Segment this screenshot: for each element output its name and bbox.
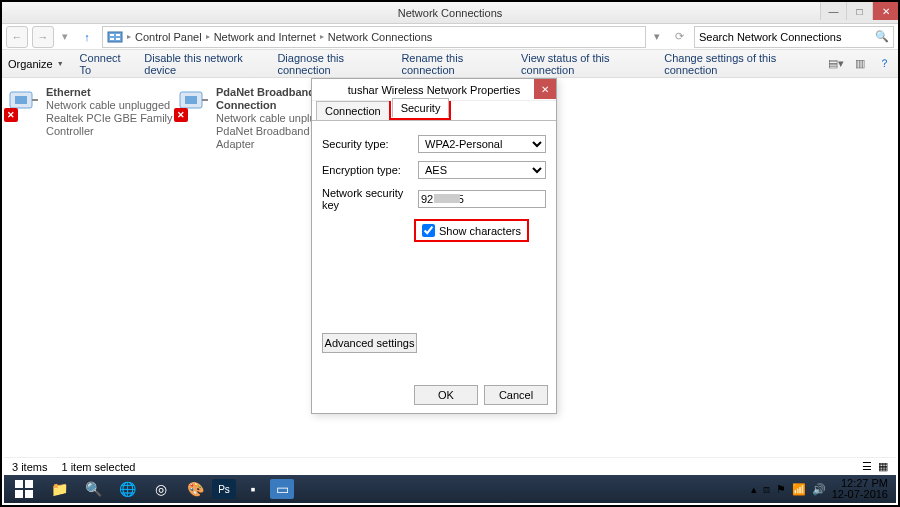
encryption-type-select[interactable]: AES (418, 161, 546, 179)
address-bar: ← → ▾ ↑ ▸ Control Panel ▸ Network and In… (2, 24, 898, 50)
chevron-right-icon: ▸ (206, 32, 210, 41)
svg-rect-14 (15, 480, 23, 488)
svg-rect-1 (110, 34, 114, 36)
disable-device-button[interactable]: Disable this network device (144, 52, 261, 76)
search-placeholder: Search Network Connections (699, 31, 841, 43)
content-area: ✕ Ethernet Network cable unplugged Realt… (2, 78, 898, 459)
cancel-button[interactable]: Cancel (484, 385, 548, 405)
highlight-box: Security (389, 95, 452, 120)
start-button[interactable] (6, 475, 42, 503)
crumb-network-connections[interactable]: Network Connections (328, 31, 433, 43)
organize-menu[interactable]: Organize▼ (8, 58, 64, 70)
chevron-right-icon: ▸ (127, 32, 131, 41)
taskbar-browser-icon[interactable]: 🌐 (110, 475, 144, 503)
svg-rect-2 (116, 34, 120, 36)
show-characters-input[interactable] (422, 224, 435, 237)
connection-adapter: Realtek PCIe GBE Family Controller (46, 112, 176, 138)
show-characters-label: Show characters (439, 225, 521, 237)
ok-button[interactable]: OK (414, 385, 478, 405)
tray-dropbox-icon[interactable]: ⧈ (763, 483, 770, 496)
view-status-button[interactable]: View status of this connection (521, 52, 648, 76)
taskbar-magnify-icon[interactable]: 🔍 (76, 475, 110, 503)
connect-to-button[interactable]: Connect To (80, 52, 129, 76)
connection-status: Network cable unplugged (46, 99, 176, 112)
tray-clock[interactable]: 12:27 PM 12-07-2016 (832, 478, 888, 500)
tiles-view-icon[interactable]: ▦ (878, 460, 888, 473)
details-view-icon[interactable]: ☰ (862, 460, 872, 473)
status-bar: 3 items 1 item selected ☰ ▦ (4, 457, 896, 475)
breadcrumb-dropdown[interactable]: ▾ (650, 30, 664, 43)
connection-ethernet[interactable]: ✕ Ethernet Network cable unplugged Realt… (6, 86, 176, 151)
minimize-button[interactable]: — (820, 2, 846, 20)
svg-rect-4 (116, 38, 120, 40)
taskbar: 📁 🔍 🌐 ◎ 🎨 Ps ▪ ▭ ▴ ⧈ ⚑ 📶 🔊 12:27 PM 12-0… (4, 475, 896, 503)
forward-button[interactable]: → (32, 26, 54, 48)
svg-rect-16 (15, 490, 23, 498)
advanced-settings-button[interactable]: Advanced settings (322, 333, 417, 353)
svg-rect-17 (25, 490, 33, 498)
chevron-right-icon: ▸ (320, 32, 324, 41)
wireless-properties-dialog: tushar Wireless Network Properties ✕ Con… (311, 78, 557, 414)
svg-rect-0 (108, 32, 122, 42)
show-characters-checkbox[interactable]: Show characters (422, 224, 521, 237)
maximize-button[interactable]: □ (846, 2, 872, 20)
security-type-select[interactable]: WPA2-Personal (418, 135, 546, 153)
taskbar-file-explorer-icon[interactable]: 📁 (42, 475, 76, 503)
selection-count: 1 item selected (61, 461, 135, 473)
svg-rect-8 (185, 96, 197, 104)
diagnose-button[interactable]: Diagnose this connection (277, 52, 385, 76)
tray-date: 12-07-2016 (832, 489, 888, 500)
taskbar-photoshop-icon[interactable]: Ps (212, 479, 236, 499)
error-badge-icon: ✕ (174, 108, 188, 122)
up-button[interactable]: ↑ (76, 26, 98, 48)
network-key-label: Network security key (322, 187, 418, 211)
search-input[interactable]: Search Network Connections 🔍 (694, 26, 894, 48)
window-titlebar: Network Connections — □ ✕ (2, 2, 898, 24)
search-icon: 🔍 (875, 30, 889, 43)
svg-rect-6 (15, 96, 27, 104)
error-badge-icon: ✕ (4, 108, 18, 122)
dialog-title: tushar Wireless Network Properties (348, 84, 520, 96)
crumb-control-panel[interactable]: Control Panel (135, 31, 202, 43)
command-bar: Organize▼ Connect To Disable this networ… (2, 50, 898, 78)
redaction-mask (434, 194, 460, 203)
help-icon[interactable]: ？ (876, 56, 892, 72)
view-options-icon[interactable]: ▤▾ (828, 56, 844, 72)
svg-rect-3 (110, 38, 114, 40)
dialog-body: Security type: WPA2-Personal Encryption … (312, 121, 556, 250)
encryption-type-label: Encryption type: (322, 164, 418, 176)
tray-flag-icon[interactable]: ⚑ (776, 483, 786, 496)
taskbar-terminal-icon[interactable]: ▪ (236, 475, 270, 503)
connection-name: Ethernet (46, 86, 176, 99)
taskbar-chrome-icon[interactable]: ◎ (144, 475, 178, 503)
tab-security[interactable]: Security (392, 98, 450, 117)
history-dropdown[interactable]: ▾ (58, 26, 72, 48)
dialog-tabs: Connection Security (312, 101, 556, 121)
control-panel-icon (107, 29, 123, 45)
preview-pane-icon[interactable]: ▥ (852, 56, 868, 72)
ethernet-icon: ✕ (6, 86, 40, 120)
system-tray: ▴ ⧈ ⚑ 📶 🔊 12:27 PM 12-07-2016 (751, 478, 894, 500)
breadcrumb[interactable]: ▸ Control Panel ▸ Network and Internet ▸… (102, 26, 646, 48)
change-settings-button[interactable]: Change settings of this connection (664, 52, 812, 76)
window-title: Network Connections (398, 7, 503, 19)
tray-chevron-up-icon[interactable]: ▴ (751, 483, 757, 496)
crumb-network-internet[interactable]: Network and Internet (214, 31, 316, 43)
tray-volume-icon[interactable]: 🔊 (812, 483, 826, 496)
close-button[interactable]: ✕ (872, 2, 898, 20)
highlight-box: Show characters (414, 219, 529, 242)
back-button[interactable]: ← (6, 26, 28, 48)
taskbar-app-icon[interactable]: ▭ (270, 479, 294, 499)
tab-connection[interactable]: Connection (316, 101, 390, 120)
tray-network-icon[interactable]: 📶 (792, 483, 806, 496)
ethernet-icon: ✕ (176, 86, 210, 120)
dialog-close-button[interactable]: ✕ (534, 79, 556, 99)
item-count: 3 items (12, 461, 47, 473)
taskbar-paint-icon[interactable]: 🎨 (178, 475, 212, 503)
refresh-button[interactable]: ⟳ (668, 26, 690, 48)
rename-button[interactable]: Rename this connection (401, 52, 505, 76)
svg-rect-15 (25, 480, 33, 488)
security-type-label: Security type: (322, 138, 418, 150)
